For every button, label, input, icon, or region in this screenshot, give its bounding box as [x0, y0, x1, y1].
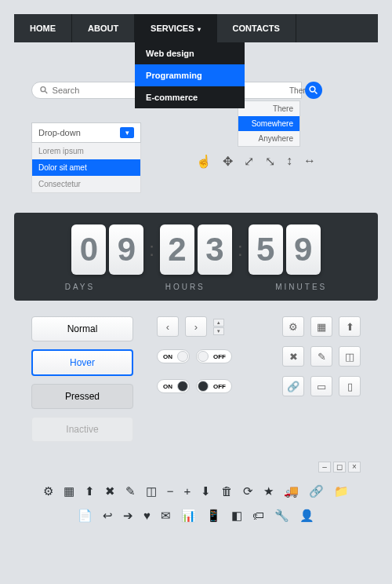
close-icon[interactable]: ✖: [282, 346, 304, 367]
search-basic[interactable]: [31, 82, 149, 99]
file-icon[interactable]: ▯: [339, 376, 361, 396]
digit: 9: [286, 224, 321, 275]
next-button[interactable]: ›: [185, 316, 207, 337]
resize-nwse-icon: ⤢: [244, 154, 254, 169]
toggle-on-dark[interactable]: ON: [157, 379, 190, 393]
dropdown-head[interactable]: Drop-down ▾: [31, 122, 141, 143]
normal-button[interactable]: Normal: [31, 316, 133, 341]
close-icon: ✖: [105, 484, 115, 498]
gear-icon[interactable]: ⚙: [282, 316, 304, 337]
option-there[interactable]: There: [238, 101, 299, 116]
folder-icon[interactable]: ▭: [310, 376, 332, 396]
toggle-knob: [177, 351, 188, 362]
cube-icon[interactable]: ◫: [339, 346, 361, 367]
file-icon: 📄: [78, 509, 93, 523]
window-controls: – ◻ ×: [0, 462, 361, 473]
trash-icon: 🗑: [221, 484, 233, 498]
folder-icon: 📁: [334, 484, 349, 498]
nav-services[interactable]: SERVICES▾ Web design Programming E-comme…: [135, 14, 216, 42]
pointer-icon: ☝: [196, 154, 212, 169]
svg-line-1: [45, 91, 48, 93]
resize-ns-icon: ↕: [286, 154, 292, 169]
submenu-programming[interactable]: Programming: [135, 64, 245, 86]
svg-line-3: [315, 92, 318, 94]
digit: 9: [109, 224, 143, 275]
prev-button[interactable]: ‹: [157, 316, 179, 337]
upload-icon: ⬆: [85, 484, 95, 498]
submenu-web-design[interactable]: Web design: [135, 42, 245, 64]
search-icon: [40, 86, 49, 95]
minimize-icon[interactable]: –: [318, 462, 331, 473]
toggle-off-dark[interactable]: OFF: [196, 379, 232, 393]
label-hours: HOURS: [165, 283, 205, 291]
digit: 2: [160, 224, 194, 275]
option-somewhere[interactable]: Somewhere: [238, 116, 299, 131]
svg-point-2: [310, 86, 315, 92]
gear-icon: ⚙: [43, 484, 53, 498]
heart-icon: ♥: [143, 509, 151, 523]
nav-about[interactable]: ABOUT: [72, 14, 135, 42]
toggle-knob: [198, 351, 209, 362]
refresh-icon: ⟳: [243, 484, 253, 498]
minus-icon: −: [167, 484, 174, 498]
star-icon: ★: [263, 484, 274, 498]
search-combo-options: There Somewhere Anywhere: [238, 100, 300, 147]
toggle-off[interactable]: OFF: [196, 349, 232, 363]
dropdown: Drop-down ▾ Lorem ipsum Dolor sit amet C…: [31, 122, 141, 193]
separator: :: [238, 239, 243, 261]
cube-icon: ◫: [146, 484, 157, 498]
search-icon: [309, 86, 318, 95]
pressed-button[interactable]: Pressed: [31, 384, 133, 409]
toggle-knob: [198, 381, 209, 392]
upload-icon[interactable]: ⬆: [339, 316, 361, 337]
download-icon: ⬇: [201, 484, 211, 498]
search-button[interactable]: [305, 82, 322, 99]
truck-icon: 🚚: [284, 484, 299, 498]
chevron-down-icon: ▾: [120, 127, 134, 138]
countdown: 0 9 : 2 3 : 5 9 DAYS HOURS MINUTES: [14, 213, 378, 301]
resize-ew-icon: ↔: [303, 154, 316, 169]
plus-icon: +: [184, 484, 191, 498]
mail-icon: ✉: [161, 509, 171, 523]
edit-icon[interactable]: ✎: [310, 346, 332, 367]
chart-icon: 📊: [181, 509, 196, 523]
forward-icon: ➔: [123, 509, 133, 523]
services-submenu: Web design Programming E-commerce: [135, 42, 245, 108]
digit: 0: [71, 224, 106, 275]
toggle-on[interactable]: ON: [157, 349, 190, 363]
edit-icon: ✎: [125, 484, 136, 498]
dropdown-label: Drop-down: [38, 128, 81, 137]
svg-point-0: [41, 87, 45, 92]
user-icon: 👤: [299, 509, 314, 523]
search-input[interactable]: [53, 86, 140, 95]
close-icon[interactable]: ×: [348, 462, 361, 473]
option-anywhere[interactable]: Anywhere: [238, 131, 299, 146]
hover-button[interactable]: Hover: [31, 349, 133, 376]
stepper[interactable]: ▴ ▾: [213, 319, 224, 335]
separator: :: [149, 239, 154, 261]
grid-icon: ▦: [64, 484, 74, 498]
maximize-icon[interactable]: ◻: [333, 462, 346, 473]
dropdown-list: Lorem ipsum Dolor sit amet Consectetur: [31, 143, 141, 193]
cursor-icons: ☝ ✥ ⤢ ⤡ ↕ ↔: [196, 154, 316, 169]
submenu-ecommerce[interactable]: E-commerce: [135, 86, 245, 108]
step-down[interactable]: ▾: [213, 327, 224, 335]
reply-icon: ↩: [103, 509, 113, 523]
icon-palette: ⚙ ▦ ⬆ ✖ ✎ ◫ − + ⬇ 🗑 ⟳ ★ 🚚 🔗 📁 📄 ↩ ➔ ♥ ✉ …: [0, 473, 392, 535]
nav-home[interactable]: HOME: [14, 14, 72, 42]
nav-contacts[interactable]: CONTACTS: [217, 14, 296, 42]
link-icon[interactable]: 🔗: [282, 376, 304, 396]
nav-services-label: SERVICES: [151, 24, 194, 33]
move-icon: ✥: [223, 154, 233, 169]
dropdown-item[interactable]: Lorem ipsum: [32, 143, 140, 159]
button-states: Normal Hover Pressed Inactive: [31, 316, 133, 442]
grid-icon[interactable]: ▦: [310, 316, 332, 337]
link-icon: 🔗: [309, 484, 324, 498]
main-nav: HOME ABOUT SERVICES▾ Web design Programm…: [14, 14, 378, 42]
label-minutes: MINUTES: [275, 283, 327, 291]
dropdown-item[interactable]: Consectetur: [32, 176, 140, 192]
digit: 3: [198, 224, 232, 275]
tag-icon: 🏷: [252, 509, 264, 523]
step-up[interactable]: ▴: [213, 319, 224, 327]
dropdown-item[interactable]: Dolor sit amet: [32, 159, 140, 176]
